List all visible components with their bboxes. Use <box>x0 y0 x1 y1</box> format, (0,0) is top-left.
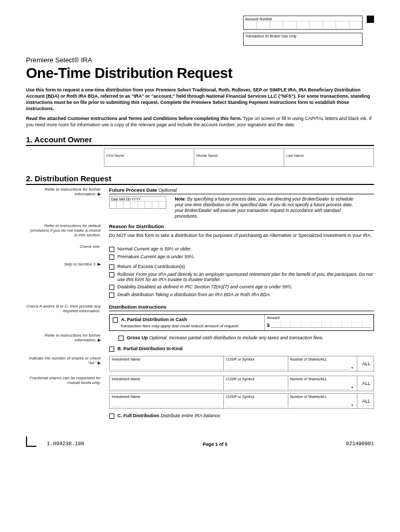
section-2-heading: 2. Distribution Request <box>26 174 374 185</box>
all-checkbox-3[interactable]: ALL <box>357 394 374 408</box>
page-number: Page 1 of 5 <box>203 442 228 447</box>
hint-check-one: Check one. <box>26 244 104 262</box>
account-number-field[interactable]: Account Number <box>243 16 363 30</box>
future-process-heading: Future Process Date Optional <box>109 187 374 194</box>
reason-death[interactable]: Death distribution Taking a distribution… <box>109 292 374 298</box>
first-name-field[interactable]: First Name <box>104 149 194 166</box>
reason-return-excess[interactable]: Return of Excess Contribution(s) <box>109 264 374 270</box>
account-owner-name-row: First Name Middle Name Last Name <box>104 148 374 167</box>
last-name-field[interactable]: Last Name <box>284 149 374 166</box>
reason-rollover[interactable]: Rollover From your IRA paid directly to … <box>109 272 374 282</box>
page-footer: 1.894238.108 Page 1 of 5 021490901 <box>26 436 374 447</box>
shares-field[interactable]: Number of Shares/ALL. <box>288 356 357 371</box>
reason-heading: Reason for Distribution <box>109 223 374 231</box>
header-account-boxes: Account Number Transaction ID Broker Use… <box>26 16 374 46</box>
intro-p2: Read the attached Customer Instructions … <box>26 115 374 128</box>
alignment-marker-icon <box>367 16 374 23</box>
transaction-id-label: Transaction ID Broker Use Only <box>244 33 362 38</box>
hint-future-process: Refer to instructions for further inform… <box>26 187 104 219</box>
middle-name-field[interactable]: Middle Name <box>194 149 284 166</box>
hint-indicate-shares: Indicate the number of shares or check "… <box>26 356 104 374</box>
cusip-field[interactable]: CUSIP or Symbol <box>224 394 288 408</box>
page-title: One-Time Distribution Request <box>26 65 374 82</box>
reason-warning: Do NOT use this form to take a distribut… <box>109 233 374 238</box>
form-code-right: 021490901 <box>346 441 374 447</box>
section-1-heading: 1. Account Owner <box>26 135 374 146</box>
investment-name-field[interactable]: Investment Name <box>110 394 224 408</box>
partial-cash-sub: Transaction fees may apply and could red… <box>113 324 261 328</box>
transaction-id-field: Transaction ID Broker Use Only <box>243 33 363 46</box>
dist-instructions-heading: Distribution Instructions <box>109 304 374 311</box>
hint-skip-section3: Skip to Section 3. ▶ <box>26 262 104 300</box>
inkind-row-1: Investment Name CUSIP or Symbol Number o… <box>109 356 374 371</box>
intro-p1: Use this form to request a one-time dist… <box>26 87 374 112</box>
option-b-inkind[interactable]: B. Partial Distribution In-Kind <box>109 346 374 352</box>
shares-field[interactable]: Number of Shares/ALL. <box>288 394 357 408</box>
checkbox-icon[interactable] <box>109 247 114 252</box>
all-checkbox-2[interactable]: ALL <box>357 376 374 391</box>
pretitle: Premiere Select® IRA <box>26 56 374 64</box>
option-c-full[interactable]: C. Full Distribution Distribute entire I… <box>109 413 374 419</box>
hint-check-abc: Check A and/or B or C, then provide any … <box>26 304 104 331</box>
hint-reason-default: Refer to instructions for default provis… <box>26 223 104 242</box>
option-gross-up[interactable]: Gross Up Optional. Increase partial cash… <box>118 335 374 341</box>
inkind-row-3: Investment Name CUSIP or Symbol Number o… <box>109 393 374 409</box>
all-checkbox-1[interactable]: ALL <box>357 356 374 371</box>
reason-disability[interactable]: Disability Disabled as defined in IRC Se… <box>109 284 374 290</box>
shares-field[interactable]: Number of Shares/ALL. <box>288 376 357 391</box>
checkbox-icon[interactable] <box>109 414 114 419</box>
crop-mark-icon <box>26 436 36 447</box>
checkbox-icon[interactable] <box>109 285 114 290</box>
cusip-field[interactable]: CUSIP or Symbol <box>224 376 288 391</box>
hint-fractional-shares: Fractional shares can be requested for m… <box>26 376 104 421</box>
partial-cash-box: A. Partial Distribution in Cash Transact… <box>109 314 374 331</box>
checkbox-icon[interactable] <box>109 292 114 298</box>
future-process-date-field[interactable]: Date MM DD YYYY <box>109 196 166 209</box>
reason-normal[interactable]: Normal Current age is 59½ or older. <box>109 246 374 252</box>
checkbox-icon[interactable] <box>113 317 118 323</box>
checkbox-icon[interactable] <box>109 272 114 277</box>
checkbox-icon[interactable] <box>109 347 114 352</box>
checkbox-icon[interactable] <box>118 336 124 341</box>
inkind-row-2: Investment Name CUSIP or Symbol Number o… <box>109 376 374 391</box>
amount-field[interactable]: Amount $ <box>264 315 374 330</box>
option-a-partial-cash[interactable]: A. Partial Distribution in Cash <box>113 317 261 323</box>
hint-refer-instructions: Refer to instructions for further inform… <box>26 333 104 354</box>
cusip-field[interactable]: CUSIP or Symbol <box>224 356 288 371</box>
account-number-label: Account Number <box>244 16 362 21</box>
checkbox-icon[interactable] <box>109 255 114 260</box>
form-code-left: 1.894238.108 <box>47 441 84 447</box>
investment-name-field[interactable]: Investment Name <box>110 376 224 391</box>
checkbox-icon[interactable] <box>109 264 114 270</box>
investment-name-field[interactable]: Investment Name <box>110 356 224 371</box>
dollar-icon: $ <box>267 323 270 328</box>
intro-text: Use this form to request a one-time dist… <box>26 87 374 128</box>
future-process-note: Note: By specifying a future process dat… <box>175 196 362 219</box>
reason-premature[interactable]: Premature Current age is under 59½. <box>109 254 374 260</box>
